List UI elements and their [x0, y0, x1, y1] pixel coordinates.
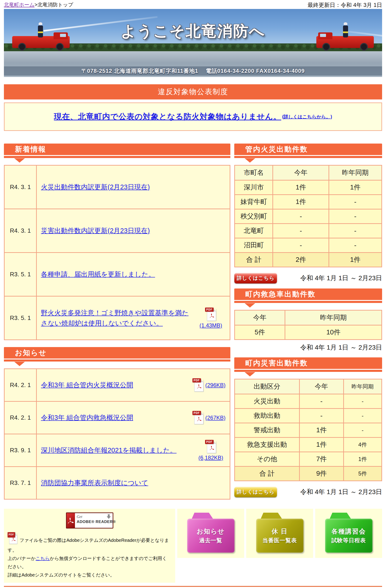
pdf-size-link[interactable]: (267KB) [205, 415, 226, 421]
count-this-year: - [299, 409, 343, 423]
pdf-icon[interactable]: PDF [192, 378, 204, 392]
count-this-year: 1件 [299, 423, 343, 438]
acrobat-logo-icon [209, 313, 215, 318]
adobe-line3: 詳細はAdobeシステムズのサイトをご覧ください。 [8, 572, 114, 577]
breadcrumb-home-link[interactable]: 北竜町ホーム [4, 2, 34, 8]
header-pointer [14, 362, 25, 366]
section-header-notices: お知らせ [4, 347, 230, 361]
button-label: 過去一覧 [199, 537, 222, 544]
news-link[interactable]: 野火火災多発注意！ゴミ野焼きや設置基準を満たさない焼却炉は使用しないでください。 [41, 308, 193, 328]
table-header-row: 今年 昨年同期 [235, 310, 382, 325]
news-date: R3. 5. 1 [4, 253, 37, 296]
disaster-table: 出動区分 今年 昨年同期 火災出動 - - 救助出動 - - 警戒出動 1件 [234, 379, 382, 481]
table-row: 北竜町 - - [235, 224, 382, 238]
notice-date: R3. 7. 1 [4, 467, 37, 499]
fire-dispatch-details-button[interactable]: 詳しくはこちら [234, 273, 277, 283]
header-pointer [14, 158, 25, 163]
table-header-row: 出動区分 今年 昨年同期 [235, 379, 382, 394]
table-row: R3. 7. 1 消防団協力事業所表示制度について [4, 467, 230, 499]
count-this-year: 7件 [299, 452, 343, 466]
left-column: 新着情報 R4. 3. 1 火災出動件数内訳更新(2月23日現在) R4. 3.… [4, 144, 230, 506]
count-last-year: - [329, 209, 382, 224]
col-header: 今年 [299, 379, 343, 394]
pdf-icon: PDF [8, 532, 18, 544]
button-label: 当番医一覧表 [263, 537, 297, 544]
table-row: 沼田町 - - [235, 238, 382, 253]
news-link[interactable]: 火災出動件数内訳更新(2月23日現在) [41, 183, 150, 191]
training-schedule-button[interactable]: 各種講習会 試験等日程表 [325, 519, 372, 553]
violation-more-link[interactable]: (詳しくはこちらから。) [282, 114, 332, 120]
col-header: 昨年同期 [329, 165, 382, 180]
button-label: 試験等日程表 [332, 537, 366, 544]
holiday-doctor-list-button[interactable]: 休 日 当番医一覧表 [256, 519, 303, 553]
pdf-size-link[interactable]: (296KB) [205, 382, 226, 388]
city-name: 妹背牛町 [235, 195, 273, 209]
count-last-year: - [329, 224, 382, 238]
col-header: 今年 [235, 310, 285, 325]
table-row: R4. 3. 1 災害出動件数内訳更新(2月23日現在) [4, 209, 230, 253]
count-this-year: 1件 [273, 195, 329, 209]
pdf-size-link[interactable]: (1.43MB) [200, 322, 222, 329]
table-row: その他 7件 1件 [235, 452, 382, 466]
notice-link[interactable]: 消防団協力事業所表示制度について [41, 479, 148, 486]
table-row: 火災出動 - - [235, 394, 382, 409]
ambulance-table: 今年 昨年同期 5件 10件 [234, 310, 382, 340]
ambulance-title: 町内救急車出動件数 [245, 289, 316, 299]
acrobat-logo-icon [209, 445, 215, 451]
count-last-year: 10件 [285, 325, 382, 340]
banner-title: ようこそ北竜消防へ [4, 21, 382, 42]
news-date: R4. 3. 1 [4, 165, 37, 209]
pdf-icon[interactable]: PDF [205, 440, 217, 454]
dispatch-type: 警戒出動 [235, 423, 299, 438]
pdf-icon[interactable]: PDF [192, 411, 204, 425]
button-label: 休 日 [272, 527, 288, 536]
header-strip [234, 156, 382, 158]
fire-dispatch-title: 管内火災出動件数 [245, 145, 308, 154]
table-row: R4. 3. 1 火災出動件数内訳更新(2月23日現在) [4, 165, 230, 209]
news-link[interactable]: 災害出動件数内訳更新(2月23日現在) [41, 227, 150, 234]
count-this-year: - [299, 394, 343, 409]
bottom-row: Get ADOBE® READER® PDF ファイルをご覧の際はAdobeシス… [4, 509, 382, 583]
violation-message-link[interactable]: 現在、北竜町内で公表の対象となる防火対象物はありません。 [54, 111, 281, 122]
header-strip [4, 156, 230, 158]
disaster-footer: 詳しくはこちら 令和 4年 1月 1日 ～ 2月23日 [234, 487, 382, 497]
count-last-year: - [343, 409, 382, 423]
header-pointer [245, 372, 255, 377]
news-title: 新着情報 [15, 145, 46, 154]
pdf-ribbon: PDF [205, 308, 214, 312]
section-header-ambulance: 町内救急車出動件数 [234, 289, 382, 303]
count-this-year: 2件 [273, 253, 329, 267]
count-last-year: - [329, 238, 382, 253]
notice-link[interactable]: 深川地区消防組合年報2021を掲載しました。 [41, 445, 193, 456]
folder-tab [330, 513, 351, 519]
notices-archive-button[interactable]: お知らせ 過去一覧 [187, 519, 234, 553]
table-row: R3. 5. 1 各種申請、届出用紙を更新しました。 [4, 253, 230, 296]
pdf-ribbon: PDF [192, 378, 201, 382]
total-label: 合 計 [235, 253, 273, 267]
acrobat-logo-icon [11, 537, 16, 542]
acrobat-logo-icon [196, 383, 202, 389]
section-header-fire-dispatch: 管内火災出動件数 [234, 144, 382, 158]
count-last-year: - [329, 195, 382, 209]
notice-link[interactable]: 令和3年 組合管内火災概況公開 [41, 380, 189, 390]
notice-link[interactable]: 令和3年 組合管内救急概況公開 [41, 413, 189, 423]
banner-address-bar: 〒078-2512 北海道雨竜郡北竜町字和11番地1 電話0164-34-220… [4, 66, 382, 76]
top-bar: 北竜町ホーム>北竜消防トップ 最終更新日：令和 4年 3月 1日 [4, 1, 382, 8]
pdf-icon[interactable]: PDF [205, 308, 217, 321]
table-row: R3. 5. 1 野火火災多発注意！ゴミ野焼きや設置基準を満たさない焼却炉は使用… [4, 296, 230, 340]
table-row: 警戒出動 1件 - [235, 423, 382, 438]
fire-dispatch-table: 市町名 今年 昨年同期 深川市 1件 1件 妹背牛町 1件 - 秩父別町 - [234, 165, 382, 267]
disaster-details-button[interactable]: 詳しくはこちら [234, 487, 277, 497]
get-adobe-reader-button[interactable]: Get ADOBE® READER® [66, 512, 113, 528]
news-date: R4. 3. 1 [4, 209, 37, 253]
section-header-disaster: 町内災害出動件数 [234, 357, 382, 372]
news-link[interactable]: 各種申請、届出用紙を更新しました。 [41, 271, 155, 278]
header-pointer [245, 158, 255, 163]
count-last-year: - [343, 423, 382, 438]
pdf-size-link[interactable]: (6,182KB) [198, 455, 223, 461]
dispatch-type: 救助出動 [235, 409, 299, 423]
col-header: 市町名 [235, 165, 273, 180]
adobe-download-link[interactable]: こちら [36, 556, 50, 561]
banner-image: ようこそ北竜消防へ 〒078-2512 北海道雨竜郡北竜町字和11番地1 電話0… [4, 9, 382, 77]
header-strip [4, 359, 230, 361]
